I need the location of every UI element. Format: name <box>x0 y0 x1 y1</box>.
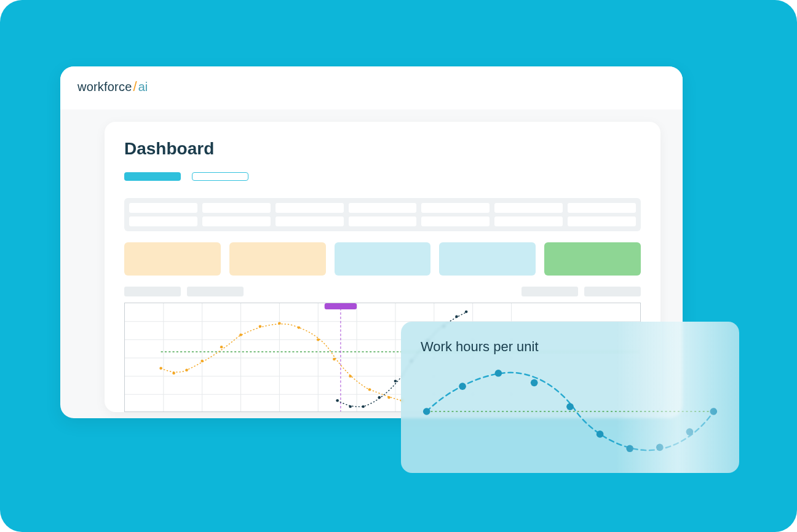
overlay-title: Work hours per unit <box>421 339 720 355</box>
svg-point-21 <box>259 325 262 327</box>
filter-chip[interactable] <box>584 287 641 296</box>
metric-tile[interactable] <box>229 242 326 276</box>
brand-suffix: ai <box>138 80 148 94</box>
svg-point-27 <box>368 388 371 391</box>
metric-tile[interactable] <box>335 242 431 276</box>
svg-point-16 <box>172 372 175 375</box>
svg-point-31 <box>349 405 352 408</box>
svg-point-30 <box>336 399 339 402</box>
header-cell <box>494 216 563 226</box>
svg-point-38 <box>455 316 458 318</box>
tab-secondary[interactable] <box>192 172 248 181</box>
tab-primary[interactable] <box>124 172 181 181</box>
svg-point-20 <box>239 333 242 336</box>
header-cell <box>276 203 344 213</box>
overlay-chart <box>421 362 720 461</box>
header-cell <box>421 216 490 226</box>
svg-point-32 <box>362 405 365 408</box>
tile-row <box>124 242 641 276</box>
brand-slash: / <box>133 79 137 95</box>
filter-chip[interactable] <box>187 287 244 296</box>
svg-point-42 <box>495 370 502 377</box>
filter-row <box>124 287 641 296</box>
svg-point-26 <box>349 375 352 377</box>
header-cell <box>494 203 563 213</box>
svg-point-25 <box>333 358 336 360</box>
header-col <box>129 203 197 226</box>
svg-point-39 <box>465 311 468 313</box>
svg-point-40 <box>423 408 430 415</box>
svg-point-43 <box>531 379 538 387</box>
time-marker-handle[interactable] <box>325 303 357 309</box>
svg-point-33 <box>378 396 381 399</box>
metric-tile[interactable] <box>124 242 221 276</box>
header-strip <box>124 198 641 231</box>
svg-point-28 <box>387 396 391 399</box>
svg-point-44 <box>566 403 574 410</box>
svg-point-23 <box>298 326 301 328</box>
metric-tile[interactable] <box>544 242 641 276</box>
header-cell <box>276 216 344 226</box>
svg-point-48 <box>686 428 694 435</box>
page-background: workforce / ai Dashboard <box>0 0 797 532</box>
overlay-card: Work hours per unit <box>401 322 739 473</box>
header-cell <box>568 216 636 226</box>
app-header: workforce / ai <box>60 66 683 109</box>
svg-point-34 <box>394 379 397 382</box>
svg-point-22 <box>278 322 281 324</box>
header-cell <box>421 203 490 213</box>
header-col <box>421 203 490 226</box>
tab-row <box>124 172 641 181</box>
header-cell <box>349 216 417 226</box>
header-col <box>494 203 563 226</box>
svg-point-47 <box>656 443 664 451</box>
header-col <box>568 203 636 226</box>
svg-point-46 <box>626 445 633 452</box>
filter-chip[interactable] <box>124 287 181 296</box>
page-title: Dashboard <box>124 139 641 159</box>
header-cell <box>129 216 197 226</box>
header-cell <box>129 203 197 213</box>
header-cell <box>202 203 271 213</box>
svg-point-49 <box>710 408 717 415</box>
header-cell <box>202 216 271 226</box>
filter-group-right <box>521 287 641 296</box>
svg-point-15 <box>159 367 162 370</box>
overlay-points <box>423 370 717 452</box>
header-cell <box>568 203 636 213</box>
header-col <box>202 203 271 226</box>
svg-point-18 <box>200 360 204 362</box>
header-cell <box>349 203 417 213</box>
filter-chip[interactable] <box>521 287 578 296</box>
series-orange <box>159 322 403 402</box>
header-col <box>349 203 417 226</box>
svg-point-19 <box>220 346 223 348</box>
svg-point-45 <box>597 431 604 438</box>
filter-group-left <box>124 287 244 296</box>
metric-tile[interactable] <box>439 242 536 276</box>
brand-logo: workforce / ai <box>77 79 148 95</box>
svg-point-41 <box>459 383 466 390</box>
svg-point-17 <box>185 369 188 371</box>
svg-point-24 <box>317 338 320 341</box>
brand-word: workforce <box>77 80 132 94</box>
header-col <box>276 203 344 226</box>
